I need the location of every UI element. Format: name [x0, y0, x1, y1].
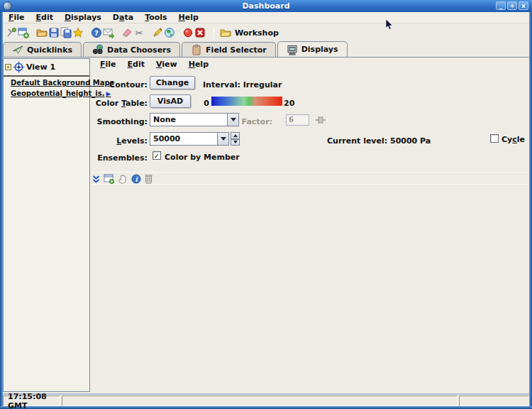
colorbar-max-label: 20: [284, 99, 294, 108]
favorite-star-icon[interactable]: [72, 27, 84, 38]
combo-arrow-icon[interactable]: [217, 133, 228, 145]
workshop-button[interactable]: Workshop: [220, 27, 279, 38]
ensembles-label: Ensembles:: [91, 153, 148, 163]
close-x-icon[interactable]: [194, 27, 206, 38]
spinner-up-icon[interactable]: [231, 132, 240, 139]
factor-label: Factor:: [223, 117, 272, 126]
display-menu-help[interactable]: Help: [183, 60, 214, 69]
tab-field-selector[interactable]: Field Selector: [182, 42, 276, 57]
record-dot-icon[interactable]: [182, 27, 194, 38]
clipboard-icon: [191, 44, 202, 55]
main-menubar: File Edit Displays Data Tools Help: [3, 12, 529, 23]
contour-change-button[interactable]: Change: [150, 76, 195, 89]
display-menu-edit[interactable]: Edit: [122, 60, 150, 69]
divider-line: [91, 172, 528, 173]
color-by-member-label: Color by Member: [165, 153, 240, 162]
tab-data-choosers[interactable]: Data Choosers: [83, 42, 180, 57]
tab-label: Displays: [301, 45, 338, 54]
minimize-button[interactable]: _: [496, 1, 506, 10]
workshop-label: Workshop: [235, 28, 279, 38]
titlebar[interactable]: Dashboard: [0, 0, 532, 12]
main-toolbar: ? ✂ Workshop: [3, 24, 529, 41]
color-by-member-checkbox[interactable]: ✓: [153, 151, 161, 160]
statusbar-divider: [3, 393, 529, 395]
trash-icon[interactable]: [145, 174, 153, 184]
svg-text:?: ?: [94, 29, 99, 37]
spinner-down-icon[interactable]: [231, 139, 240, 146]
factor-slider-icon: [315, 116, 326, 124]
workshop-folder-icon: [220, 27, 231, 38]
content-area: - View 1 Default Background Maps Geopote…: [3, 57, 529, 393]
contour-label: Contour:: [91, 80, 148, 89]
sidebar-item-geopotential-height[interactable]: Geopotential_height_is.▶: [4, 87, 89, 98]
monitor-icon: [287, 44, 298, 55]
cycle-label: Cycle: [501, 135, 525, 144]
sidebar-item-default-background-maps[interactable]: Default Background Maps: [4, 77, 89, 87]
window-border-bottom: [0, 406, 532, 409]
factor-field[interactable]: 6: [286, 114, 309, 126]
window-border-right: [529, 12, 532, 409]
sidebar-tree: - View 1 Default Background Maps Geopote…: [3, 58, 90, 392]
tree-collapse-toggle[interactable]: -: [5, 64, 11, 70]
display-menu-file[interactable]: File: [94, 60, 122, 69]
clock-display: 17:15:08 GMT: [3, 396, 60, 406]
color-table-label: Color Table:: [91, 99, 148, 108]
maximize-button[interactable]: +: [507, 1, 517, 10]
color-table-preview[interactable]: [211, 97, 282, 106]
binoculars-globe-icon: [92, 44, 104, 55]
tab-displays[interactable]: Displays: [277, 41, 348, 57]
tab-bar: Quicklinks Data Choosers Field Selector …: [3, 41, 529, 57]
help-icon[interactable]: ?: [91, 27, 102, 38]
smoothing-label: Smoothing:: [91, 117, 148, 126]
display-control-panel: File Edit View Help Contour: Change Inte…: [91, 58, 529, 393]
tab-label: Data Choosers: [107, 45, 171, 55]
contour-interval-text: Interval: Irregular: [203, 80, 282, 89]
open-folder-icon[interactable]: [36, 27, 48, 38]
dashboard-window: Dashboard _ + x File Edit Displays Data …: [0, 0, 532, 409]
new-window-icon[interactable]: [18, 27, 29, 38]
slingshot-icon[interactable]: [6, 27, 17, 38]
send-mail-icon[interactable]: [103, 27, 114, 38]
view-node[interactable]: - View 1: [4, 59, 89, 77]
tab-label: Field Selector: [206, 45, 267, 55]
menu-tools[interactable]: Tools: [139, 13, 172, 22]
pencil-icon[interactable]: [152, 27, 163, 38]
status-bar: 17:15:08 GMT: [3, 396, 529, 406]
close-button[interactable]: x: [519, 1, 528, 10]
color-table-button[interactable]: VisAD: [150, 94, 191, 108]
menu-displays[interactable]: Displays: [59, 13, 107, 22]
display-menubar: File Edit View Help: [91, 58, 529, 70]
levels-combobox[interactable]: 50000: [150, 132, 229, 146]
toolbar-separator: [214, 26, 214, 39]
scissors-icon[interactable]: ✂: [133, 27, 145, 38]
save-icon[interactable]: [48, 27, 60, 38]
current-level-text: Current level: 50000 Pa: [327, 136, 431, 146]
collapse-chevrons-icon[interactable]: [92, 175, 100, 184]
menu-file[interactable]: File: [3, 13, 31, 22]
detach-window-icon[interactable]: [104, 174, 114, 184]
copy-icon[interactable]: [60, 27, 72, 38]
view-target-icon: [13, 61, 25, 73]
menu-help[interactable]: Help: [173, 13, 204, 22]
globe-icon[interactable]: [164, 27, 175, 38]
eraser-icon[interactable]: [121, 27, 133, 38]
svg-text:✂: ✂: [135, 28, 143, 38]
levels-label: Levels:: [91, 136, 148, 146]
divider-line: [91, 184, 528, 185]
window-title: Dashboard: [0, 1, 532, 11]
cycle-checkbox[interactable]: [490, 134, 499, 143]
info-icon[interactable]: i: [131, 174, 141, 184]
paper-plane-icon: [12, 44, 23, 55]
display-menu-view[interactable]: View: [150, 60, 183, 69]
menu-data[interactable]: Data: [107, 13, 139, 22]
display-mini-toolbar: i: [92, 174, 153, 184]
move-hand-icon[interactable]: [118, 174, 128, 184]
levels-spinner[interactable]: [231, 132, 240, 146]
memory-indicator: [459, 396, 529, 406]
tab-label: Quicklinks: [27, 45, 72, 55]
status-message-area: [62, 396, 458, 406]
view-label: View 1: [26, 62, 55, 72]
tab-quicklinks[interactable]: Quicklinks: [3, 42, 82, 57]
colorbar-min-label: 0: [197, 99, 209, 108]
menu-edit[interactable]: Edit: [31, 13, 59, 22]
